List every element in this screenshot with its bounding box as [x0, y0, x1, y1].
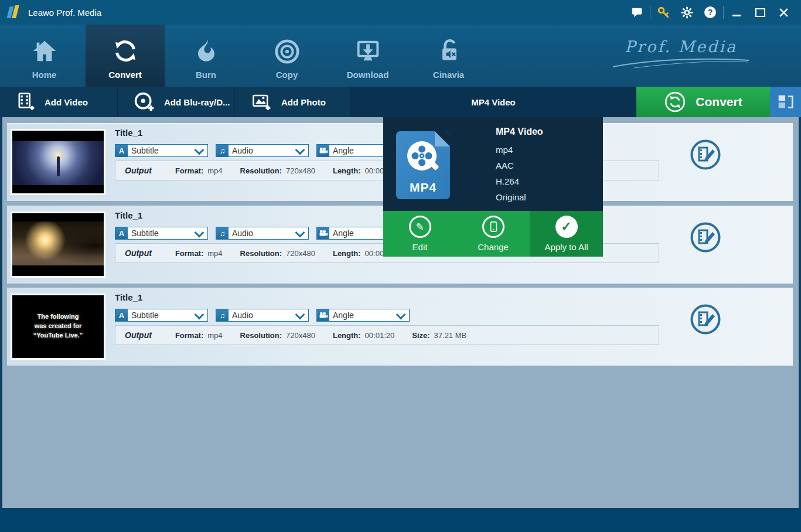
convert-start-button[interactable]: Convert — [636, 87, 770, 117]
subtitle-icon: A — [115, 309, 128, 321]
angle-camera-icon — [317, 145, 329, 156]
brand-swoosh — [611, 56, 751, 69]
audio-select[interactable]: ♫ Audio — [216, 227, 309, 240]
action-toolbar: Add Video Add Blu-ray/D... — [0, 87, 801, 117]
chevron-down-icon — [195, 310, 204, 320]
format-name: MP4 Video — [496, 127, 543, 137]
add-photo-button[interactable]: Add Photo — [236, 87, 350, 117]
apply-to-all-button[interactable]: ✓ Apply to All — [530, 211, 603, 257]
settings-gear-icon[interactable] — [675, 0, 698, 25]
edit-video-icon — [689, 138, 722, 171]
burn-flame-icon — [194, 31, 219, 65]
panel-toggle-icon — [776, 91, 796, 112]
tab-home[interactable]: Home — [5, 25, 84, 87]
format-quality: Original — [496, 189, 543, 205]
audio-note-icon: ♫ — [216, 227, 229, 239]
audio-note-icon: ♫ — [216, 309, 229, 321]
video-title: Title_1 — [115, 292, 142, 302]
edit-video-icon — [689, 303, 722, 336]
maximize-button[interactable] — [748, 0, 772, 25]
titlebar-separator — [650, 6, 650, 19]
video-title: Title_1 — [115, 128, 142, 138]
cinavia-lock-icon — [436, 31, 462, 65]
app-window: Leawo Prof. Media — [0, 0, 801, 532]
chevron-down-icon — [195, 228, 204, 238]
home-icon — [31, 31, 58, 65]
video-title: Title_1 — [115, 210, 142, 220]
chevron-down-icon — [396, 310, 406, 320]
register-key-icon[interactable] — [652, 0, 675, 25]
format-container: mp4 — [496, 142, 543, 158]
add-bluray-disc-icon — [134, 91, 155, 112]
video-thumbnail — [11, 212, 105, 278]
chevron-down-icon — [295, 228, 305, 238]
status-bar — [0, 508, 801, 532]
subtitle-select[interactable]: A Subtitle — [115, 144, 208, 157]
tab-cinavia[interactable]: Cinavia — [409, 25, 488, 87]
add-video-icon — [15, 91, 35, 112]
row-edit-button[interactable] — [689, 303, 722, 336]
convert-circle-icon — [664, 91, 686, 113]
chevron-down-icon — [195, 145, 204, 155]
help-icon[interactable]: ? — [698, 0, 722, 25]
convert-icon — [111, 31, 139, 65]
audio-select[interactable]: ♫ Audio — [216, 309, 309, 322]
angle-camera-icon — [317, 309, 329, 321]
change-format-button[interactable]: Change — [456, 211, 530, 257]
tab-convert[interactable]: Convert — [86, 25, 165, 87]
format-popup: MP4 MP4 Video mp4 AAC H.264 Original ✎ E… — [383, 117, 603, 257]
row-edit-button[interactable] — [689, 138, 722, 171]
audio-note-icon: ♫ — [216, 145, 229, 156]
add-photo-icon — [251, 92, 272, 112]
mp4-file-icon: MP4 — [396, 131, 450, 199]
panel-toggle-button[interactable] — [770, 87, 801, 117]
close-button[interactable] — [772, 0, 795, 25]
pencil-icon: ✎ — [409, 216, 431, 238]
format-video-codec: H.264 — [496, 173, 543, 189]
add-video-button[interactable]: Add Video — [0, 87, 118, 117]
tab-download[interactable]: Download — [328, 25, 407, 87]
angle-select[interactable]: Angle — [316, 309, 410, 322]
format-popup-info: MP4 MP4 Video mp4 AAC H.264 Original — [383, 117, 603, 211]
video-thumbnail: The following was created for “YouTube L… — [11, 294, 105, 360]
titlebar-separator — [723, 6, 724, 19]
output-info-bar: Output Format:mp4 Resolution:720x480 Len… — [115, 325, 659, 345]
device-icon — [482, 216, 505, 238]
subtitle-icon: A — [115, 227, 128, 239]
main-nav: Home Convert Burn Copy — [0, 25, 801, 87]
film-reel-icon — [405, 139, 441, 176]
app-logo-icon — [7, 5, 22, 19]
edit-profile-button[interactable]: ✎ Edit — [383, 211, 456, 257]
tab-burn[interactable]: Burn — [166, 25, 246, 87]
check-icon: ✓ — [555, 216, 578, 238]
minimize-button[interactable] — [725, 0, 748, 25]
output-format-dropdown[interactable]: MP4 Video — [350, 87, 636, 117]
tab-copy[interactable]: Copy — [247, 25, 326, 87]
angle-camera-icon — [317, 227, 329, 239]
title-bar: Leawo Prof. Media — [0, 0, 801, 25]
video-thumbnail — [11, 129, 105, 195]
subtitle-select[interactable]: A Subtitle — [115, 227, 208, 240]
copy-disc-icon — [274, 31, 301, 65]
edit-video-icon — [689, 221, 722, 254]
subtitle-select[interactable]: A Subtitle — [115, 309, 208, 322]
row-edit-button[interactable] — [689, 221, 722, 254]
window-title: Leawo Prof. Media — [28, 8, 101, 18]
feedback-icon[interactable] — [625, 0, 649, 25]
brand-script: Prof. Media — [608, 37, 754, 71]
audio-select[interactable]: ♫ Audio — [216, 144, 309, 157]
add-bluray-button[interactable]: Add Blu-ray/D... — [118, 87, 235, 117]
list-item[interactable]: The following was created for “YouTube L… — [7, 288, 793, 366]
chevron-down-icon — [295, 310, 305, 320]
chevron-down-icon — [295, 145, 305, 155]
download-icon — [355, 31, 381, 65]
format-audio-codec: AAC — [496, 158, 543, 173]
subtitle-icon: A — [115, 145, 128, 156]
